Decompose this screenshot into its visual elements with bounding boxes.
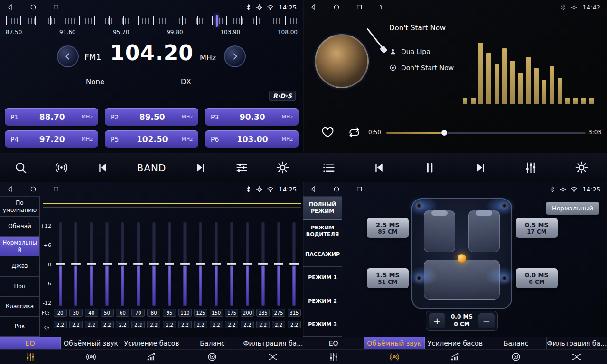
- preset-button-p5[interactable]: P5 102.50 MHz: [105, 130, 198, 148]
- eq-slider-handle[interactable]: [149, 263, 159, 265]
- eq-slider-handle[interactable]: [196, 263, 205, 265]
- eq-band-slider[interactable]: [261, 222, 265, 306]
- delay-decrease-button[interactable]: −: [478, 313, 495, 328]
- balance-icon[interactable]: [182, 350, 243, 364]
- filter-icon[interactable]: [546, 350, 607, 364]
- favorite-heart-icon[interactable]: [321, 126, 334, 139]
- eq-band-slider[interactable]: [199, 222, 202, 306]
- preset-button-p6[interactable]: P6 103.00 MHz: [205, 130, 299, 148]
- tab-filter[interactable]: Фильтрация ба...: [547, 337, 607, 349]
- tab-surround-sound[interactable]: Объёмный звук: [61, 337, 121, 349]
- tab-bass-boost[interactable]: Усиление басов: [425, 337, 486, 349]
- playlist-icon[interactable]: [322, 161, 336, 174]
- eq-band-slider[interactable]: [246, 222, 249, 306]
- next-station-icon[interactable]: [194, 161, 207, 174]
- front-right-delay-button[interactable]: 0.5 MS 17 CM: [516, 218, 558, 238]
- tab-bass-boost[interactable]: Усиление басов: [121, 337, 182, 349]
- preset-button-p2[interactable]: P2 89.50 MHz: [105, 108, 198, 126]
- eq-band-slider[interactable]: [168, 222, 171, 306]
- eq-slider-handle[interactable]: [165, 263, 174, 265]
- listening-position-marker[interactable]: [458, 254, 466, 263]
- soundfield-mode-item[interactable]: ПОЛНЫЙ РЕЖИМ: [303, 197, 342, 220]
- seek-bar[interactable]: [386, 132, 586, 134]
- rear-right-delay-button[interactable]: 0.0 MS 0 CM: [516, 268, 558, 288]
- eq-band-slider[interactable]: [59, 222, 62, 306]
- eq-slider-handle[interactable]: [118, 263, 127, 265]
- broadcast-scan-icon[interactable]: [55, 161, 68, 174]
- equalizer-icon[interactable]: [524, 161, 538, 174]
- preset-button-p3[interactable]: P3 90.30 MHz: [205, 108, 299, 126]
- tab-eq[interactable]: EQ: [303, 337, 364, 349]
- nav-recents-icon[interactable]: [355, 185, 363, 193]
- previous-station-icon[interactable]: [96, 161, 110, 174]
- eq-slider-handle[interactable]: [56, 263, 65, 265]
- tab-eq[interactable]: EQ: [0, 337, 61, 349]
- eq-slider-handle[interactable]: [258, 263, 268, 265]
- tune-up-button[interactable]: [224, 46, 246, 67]
- eq-band-slider[interactable]: [183, 222, 187, 306]
- eq-slider-handle[interactable]: [180, 263, 190, 265]
- front-left-delay-button[interactable]: 2.5 MS 85 CM: [367, 218, 409, 238]
- settings-gear-icon[interactable]: [575, 161, 588, 174]
- eq-band-slider[interactable]: [152, 222, 156, 306]
- soundfield-mode-item[interactable]: РЕЖИМ 2: [303, 290, 342, 313]
- eq-band-slider[interactable]: [215, 222, 218, 306]
- nav-back-icon[interactable]: [7, 3, 14, 11]
- tab-surround-sound[interactable]: Объёмный звук: [364, 337, 425, 349]
- nav-home-icon[interactable]: [333, 3, 340, 11]
- eq-preset-item[interactable]: Рок: [0, 317, 39, 337]
- soundfield-mode-item[interactable]: РЕЖИМ 3: [303, 313, 342, 337]
- band-button[interactable]: BAND: [137, 162, 167, 173]
- equalizer-icon[interactable]: [235, 161, 249, 174]
- previous-track-icon[interactable]: [372, 161, 386, 174]
- balance-icon[interactable]: [486, 350, 546, 364]
- preset-button-p4[interactable]: P4 97.20 MHz: [5, 130, 98, 148]
- nav-recents-icon[interactable]: [355, 3, 363, 11]
- nav-back-icon[interactable]: [7, 185, 14, 193]
- search-icon[interactable]: [14, 161, 28, 174]
- nav-back-icon[interactable]: [310, 185, 318, 193]
- eq-preset-item[interactable]: По умолчанию: [0, 197, 39, 217]
- eq-slider-handle[interactable]: [212, 263, 221, 265]
- eq-band-slider[interactable]: [292, 222, 296, 306]
- eq-band-slider[interactable]: [277, 222, 280, 306]
- eq-band-slider[interactable]: [137, 222, 140, 306]
- delay-increase-button[interactable]: +: [429, 313, 445, 328]
- eq-slider-handle[interactable]: [274, 263, 283, 265]
- eq-slider-handle[interactable]: [103, 263, 112, 265]
- tab-balance[interactable]: Баланс: [182, 337, 243, 349]
- tab-filter[interactable]: Фильтрация ба...: [243, 337, 303, 349]
- preset-button-p1[interactable]: P1 88.70 MHz: [5, 108, 98, 126]
- nav-back-icon[interactable]: [310, 3, 318, 11]
- eq-slider-handle[interactable]: [289, 263, 299, 265]
- progress-knob[interactable]: [441, 130, 447, 136]
- repeat-icon[interactable]: [348, 126, 361, 139]
- tab-balance[interactable]: Баланс: [486, 337, 547, 349]
- eq-icon[interactable]: [303, 350, 364, 364]
- frequency-scale[interactable]: 87.5091.6095.7099.80103.90108.00: [6, 16, 298, 38]
- surround-sound-icon[interactable]: [61, 350, 121, 364]
- nav-recents-icon[interactable]: [52, 185, 60, 193]
- nav-recents-icon[interactable]: [52, 3, 60, 11]
- eq-band-slider[interactable]: [230, 222, 233, 306]
- filter-icon[interactable]: [243, 350, 303, 364]
- eq-slider-handle[interactable]: [227, 263, 236, 265]
- eq-slider-handle[interactable]: [243, 263, 252, 265]
- eq-preset-item[interactable]: Обычай: [0, 217, 39, 237]
- eq-preset-item[interactable]: Поп: [0, 277, 39, 297]
- soundfield-mode-item[interactable]: РЕЖИМ ВОДИТЕЛЯ: [303, 220, 342, 243]
- nav-home-icon[interactable]: [333, 185, 340, 193]
- eq-band-slider[interactable]: [90, 222, 93, 306]
- tune-down-button[interactable]: [57, 46, 79, 67]
- bass-boost-icon[interactable]: [425, 350, 486, 364]
- eq-band-slider[interactable]: [105, 222, 109, 306]
- soundfield-mode-item[interactable]: РЕЖИМ 1: [303, 267, 342, 290]
- eq-slider-handle[interactable]: [133, 263, 143, 265]
- next-track-icon[interactable]: [474, 161, 487, 174]
- eq-preset-item[interactable]: Классика: [0, 297, 39, 317]
- eq-band-slider[interactable]: [74, 222, 77, 306]
- eq-slider-handle[interactable]: [71, 263, 81, 265]
- settings-gear-icon[interactable]: [276, 161, 289, 174]
- soundfield-mode-item[interactable]: ПАССАЖИР: [303, 243, 342, 266]
- surround-sound-icon[interactable]: [364, 350, 425, 364]
